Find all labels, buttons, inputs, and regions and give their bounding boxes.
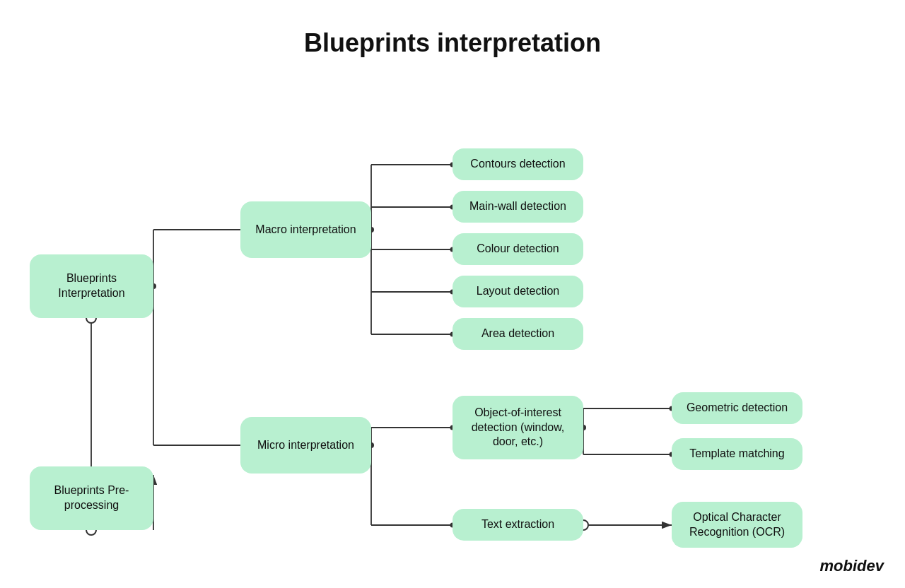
node-geometric: Geometric detection (672, 392, 802, 424)
node-geometric-label: Geometric detection (687, 401, 788, 416)
brand-logo: mobidev (820, 557, 884, 575)
node-layout-label: Layout detection (477, 284, 559, 299)
node-macro-label: Macro interpretation (255, 223, 356, 237)
node-micro-label: Micro interpretation (257, 438, 354, 453)
brand-text2: idev (853, 557, 884, 575)
node-template: Template matching (672, 438, 802, 470)
node-ocr-label: Optical Character Recognition (OCR) (682, 510, 793, 540)
node-blueprints-interpretation: Blueprints Interpretation (30, 254, 153, 318)
node-ooi-label: Object-of-interest detection (window, do… (462, 406, 573, 449)
node-root-label: Blueprints Interpretation (40, 271, 144, 301)
node-ocr: Optical Character Recognition (OCR) (672, 502, 802, 548)
node-micro-interpretation: Micro interpretation (240, 417, 371, 474)
node-mainwall-label: Main-wall detection (469, 199, 566, 214)
node-preprocessing-label: Blueprints Pre-processing (40, 483, 144, 513)
node-mainwall: Main-wall detection (452, 191, 583, 223)
node-colour-label: Colour detection (477, 242, 559, 257)
node-area-label: Area detection (481, 327, 554, 341)
node-text-extraction: Text extraction (452, 509, 583, 541)
node-macro-interpretation: Macro interpretation (240, 201, 371, 258)
node-colour: Colour detection (452, 233, 583, 265)
node-template-label: Template matching (689, 447, 784, 461)
brand-text1: mob (820, 557, 853, 575)
page-title: Blueprints interpretation (0, 0, 905, 58)
node-contours: Contours detection (452, 148, 583, 180)
node-layout: Layout detection (452, 276, 583, 307)
diagram-container: Blueprints Interpretation Blueprints Pre… (0, 71, 905, 588)
node-ooi: Object-of-interest detection (window, do… (452, 396, 583, 459)
node-text-label: Text extraction (481, 517, 554, 532)
node-area: Area detection (452, 318, 583, 350)
node-blueprints-preprocessing: Blueprints Pre-processing (30, 466, 153, 530)
node-contours-label: Contours detection (470, 157, 565, 172)
